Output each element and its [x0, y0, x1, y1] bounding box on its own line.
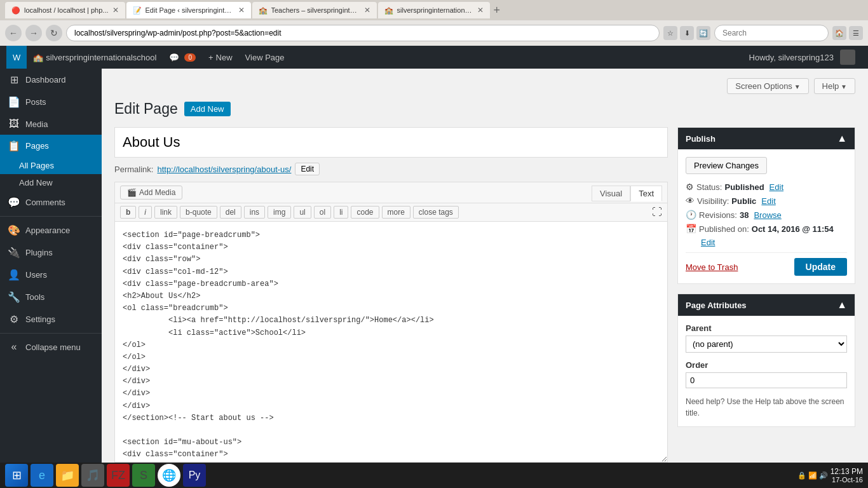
toolbar-close-tags-button[interactable]: close tags: [413, 206, 459, 219]
toolbar-li-button[interactable]: li: [334, 206, 348, 219]
permalink-edit-button[interactable]: Edit: [295, 163, 320, 175]
sidebar-item-settings[interactable]: ⚙ Settings: [0, 308, 102, 330]
sidebar-sub-all-pages[interactable]: All Pages: [0, 157, 102, 174]
browser-tab-2[interactable]: 📝 Edit Page ‹ silverspringinternati... ✕: [126, 2, 251, 18]
page-attributes-header[interactable]: Page Attributes ▲: [678, 294, 855, 316]
published-row: 📅 Published on: Oct 14, 2016 @ 11:54: [686, 224, 847, 234]
help-button[interactable]: Help: [814, 78, 855, 94]
sidebar-item-users[interactable]: 👤 Users: [0, 264, 102, 286]
content-area: Screen Options Help Edit Page Add New Pe…: [102, 69, 868, 488]
editor-main: Permalink: http://localhost/silverspring…: [114, 127, 855, 464]
taskbar-filezilla[interactable]: FZ: [107, 464, 130, 487]
browser-tab-4[interactable]: 🏫 silverspringinternationalsc... ✕: [378, 2, 490, 18]
order-input[interactable]: [686, 372, 847, 388]
update-button[interactable]: Update: [794, 258, 847, 276]
sidebar-sub-add-new[interactable]: Add New: [0, 174, 102, 191]
browser-search[interactable]: [714, 25, 829, 41]
page-attributes-panel: Page Attributes ▲ Parent (no parent) Ord…: [677, 294, 855, 427]
fullscreen-button[interactable]: ⛶: [652, 207, 662, 218]
taskbar-python[interactable]: Py: [183, 464, 206, 487]
add-media-icon: 🎬: [127, 188, 137, 197]
sidebar-item-pages[interactable]: 📋 Pages: [0, 135, 102, 157]
publish-panel-header[interactable]: Publish ▲: [678, 128, 855, 149]
text-editor[interactable]: <section id="page-breadcrumb"> <div clas…: [114, 221, 668, 463]
pages-icon: 📋: [8, 140, 20, 152]
edit-page-header: Edit Page Add New: [114, 100, 855, 118]
tab-close-1[interactable]: ✕: [112, 6, 119, 15]
toolbar-link-button[interactable]: link: [154, 206, 177, 219]
posts-icon: 📄: [8, 96, 20, 108]
toolbar-ins-button[interactable]: ins: [244, 206, 265, 219]
sidebar-item-posts[interactable]: 📄 Posts: [0, 91, 102, 113]
browser-tab-1[interactable]: 🔴 localhost / localhost | php... ✕: [5, 2, 125, 18]
taskbar-spreadsheet[interactable]: S: [132, 464, 155, 487]
toolbar-del-button[interactable]: del: [220, 206, 241, 219]
toolbar-bold-button[interactable]: b: [120, 206, 136, 219]
status-icon: ⚙: [686, 182, 694, 192]
sidebar-item-plugins[interactable]: 🔌 Plugins: [0, 241, 102, 264]
toolbar-code-button[interactable]: code: [351, 206, 379, 219]
page-title-input[interactable]: [114, 127, 668, 158]
bookmark-icon[interactable]: ☆: [663, 26, 677, 40]
published-value: Oct 14, 2016 @ 11:54: [752, 224, 834, 234]
editor-left: Permalink: http://localhost/silverspring…: [114, 127, 668, 464]
revisions-browse-link[interactable]: Browse: [754, 210, 781, 220]
sidebar-item-media[interactable]: 🖼 Media: [0, 113, 102, 135]
visibility-value: Public: [731, 196, 756, 206]
sidebar-item-appearance[interactable]: 🎨 Appearance: [0, 219, 102, 241]
add-media-button[interactable]: 🎬 Add Media: [120, 186, 182, 200]
toolbar-ol-button[interactable]: ol: [314, 206, 331, 219]
browser-tab-3[interactable]: 🏫 Teachers – silverspringinter... ✕: [252, 2, 377, 18]
taskbar-internet-explorer[interactable]: e: [31, 464, 53, 487]
tray-icons: 🔒 📶 🔊: [797, 471, 828, 480]
home-icon[interactable]: 🏠: [832, 26, 846, 40]
screen-options-button[interactable]: Screen Options: [727, 78, 808, 94]
tab-close-2[interactable]: ✕: [238, 6, 245, 15]
site-name-button[interactable]: 🏫 silverspringinternationalschool: [27, 46, 163, 69]
new-tab-button[interactable]: +: [494, 4, 501, 17]
page-attributes-title: Page Attributes: [686, 301, 747, 310]
parent-select[interactable]: (no parent): [686, 336, 847, 353]
back-button[interactable]: ←: [5, 25, 22, 41]
sidebar-item-tools[interactable]: 🔧 Tools: [0, 286, 102, 308]
status-edit-link[interactable]: Edit: [770, 182, 783, 192]
howdy-button[interactable]: Howdy, silverspring123: [743, 46, 862, 69]
address-bar[interactable]: [66, 25, 660, 41]
appearance-icon: 🎨: [8, 224, 20, 236]
toolbar-bquote-button[interactable]: b-quote: [180, 206, 217, 219]
start-button[interactable]: ⊞: [5, 464, 28, 487]
sidebar-item-comments[interactable]: 💬 Comments: [0, 191, 102, 214]
download-icon[interactable]: ⬇: [680, 26, 694, 40]
toolbar-italic-button[interactable]: i: [139, 206, 152, 219]
calendar-icon: 📅: [686, 224, 696, 234]
sidebar-collapse-menu[interactable]: « Collapse menu: [0, 336, 102, 358]
sidebar-item-dashboard[interactable]: ⊞ Dashboard: [0, 69, 102, 91]
editor-toolbar: b i link b-quote del ins img ul ol li co…: [114, 203, 668, 221]
tab-close-4[interactable]: ✕: [477, 6, 484, 15]
move-trash-link[interactable]: Move to Trash: [686, 262, 738, 272]
add-new-button[interactable]: Add New: [184, 102, 231, 116]
taskbar-file-manager[interactable]: 📁: [56, 464, 79, 487]
page-attributes-collapse-icon: ▲: [837, 299, 847, 311]
new-content-button[interactable]: + New: [202, 46, 239, 69]
sync-icon[interactable]: 🔄: [696, 26, 710, 40]
tab-close-3[interactable]: ✕: [364, 6, 370, 15]
page-title: Edit Page: [114, 100, 178, 118]
toolbar-more-button[interactable]: more: [382, 206, 410, 219]
view-page-button[interactable]: View Page: [239, 46, 291, 69]
taskbar-media-player[interactable]: 🎵: [81, 464, 104, 487]
preview-changes-button[interactable]: Preview Changes: [686, 157, 767, 174]
menu-icon[interactable]: ☰: [849, 26, 863, 40]
tab-visual-button[interactable]: Visual: [592, 186, 630, 201]
comments-button[interactable]: 💬 0: [163, 46, 202, 69]
toolbar-ul-button[interactable]: ul: [294, 206, 311, 219]
visibility-edit-link[interactable]: Edit: [761, 196, 775, 206]
wp-logo-button[interactable]: W: [6, 46, 27, 69]
taskbar-chrome[interactable]: 🌐: [158, 464, 180, 487]
refresh-button[interactable]: ↻: [46, 25, 62, 41]
toolbar-img-button[interactable]: img: [268, 206, 291, 219]
forward-button[interactable]: →: [25, 25, 42, 41]
tab-text-button[interactable]: Text: [630, 186, 662, 201]
permalink-url[interactable]: http://localhost/silverspring/about-us/: [157, 165, 291, 174]
published-edit-link[interactable]: Edit: [701, 238, 715, 247]
